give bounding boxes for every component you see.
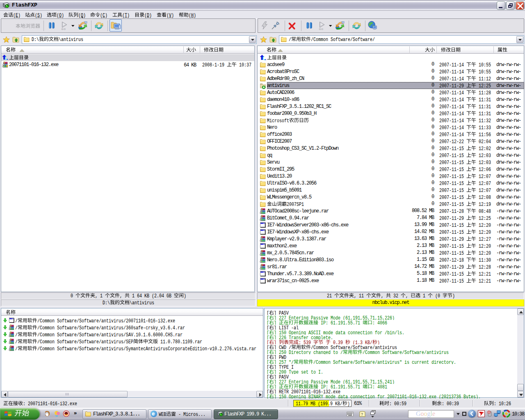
svg-text:] 257 "/: ] 257 "/ [274,360,294,365]
svg-text:(0: (0 [433,293,443,299]
svg-text:2007-11-14: 2007-11-14 [439,69,466,75]
svg-text:2007-11-15: 2007-11-15 [439,223,466,228]
svg-text:08:48: 08:48 [476,209,491,215]
svg-text:): ) [347,401,350,407]
svg-text:11:28: 11:28 [476,90,491,96]
svg-text:] 227 Entering Passive Mode (6: ] 227 Entering Passive Mode (61,191,55,7… [274,315,395,320]
svg-text:D:\: D:\ [32,37,39,43]
svg-text:): ) [377,340,380,345]
svg-text:11.0.780.1109.rar: 11.0.780.1109.rar [158,339,202,345]
svg-text:[: [ [267,384,269,389]
svg-text:]: ] [274,320,279,325]
svg-text:10:55: 10:55 [476,69,491,75]
svg-text:Microsoft: Microsoft [267,118,289,124]
svg-text:/Common Software/Software/anti: /Common Software/Software/antivirus" is … [313,360,456,365]
svg-text:2007-11-15: 2007-11-15 [439,181,466,187]
svg-text:/Common Software/Software/anti: /Common Software/Software/antivirus/SAV.… [37,332,183,338]
svg-text:/Common Software/Software/anti: /Common Software/Software/antivirus [311,345,397,350]
svg-text:] PASV: ] PASV [274,310,289,315]
svg-text:] PWD: ] PWD [274,355,286,360]
svg-text:/: / [15,325,18,331]
svg-text:1: 1 [420,293,428,299]
svg-text:] 150 Opening ASCII mode data: ] 150 Opening ASCII mode data connection… [274,330,404,335]
svg-text:32: 32 [391,293,401,299]
svg-text:[: [ [267,330,269,335]
svg-text:2007-11-15: 2007-11-15 [439,202,466,208]
svg-text:12:03: 12:03 [476,153,491,159]
svg-text:/: / [289,37,291,43]
svg-text:[: [ [267,360,269,365]
svg-text:1 64 KB (2.04 GB: 1 64 KB (2.04 GB [130,293,174,299]
svg-text:12:20: 12:20 [476,223,491,228]
svg-text:2007-11-29: 2007-11-29 [439,216,466,221]
svg-text:2007-11-15: 2007-11-15 [439,272,466,277]
svg-text:2007-11-28: 2007-11-28 [439,209,466,215]
svg-text:[: [ [267,365,269,370]
svg-text:2007-11-15: 2007-11-15 [439,160,466,166]
svg-text:12:07: 12:07 [476,174,491,180]
svg-text:[: [ [267,320,269,325]
svg-text:] 226 Transfer complete.: ] 226 Transfer complete. [274,335,333,340]
svg-text:\antivirus: \antivirus [59,37,83,43]
svg-text:IP: 61.191.55.71: IP: 61.191.55.71 [318,384,363,389]
svg-text:/Common Software/Software/anti: /Common Software/Software/antivirus/360s… [37,325,185,331]
svg-text:: 20071101-016-i32.exe: : 20071101-016-i32.exe [23,401,77,407]
svg-text:2007-11-14: 2007-11-14 [439,76,466,82]
svg-text:/Common Software/Software/anti: /Common Software/Software/antivirus/2007… [37,318,175,324]
svg-text:12:25: 12:25 [476,216,491,221]
svg-text:] 250 Directory changed to /: ] 250 Directory changed to / [274,350,343,355]
svg-text:: 10:26: : 10:26 [494,401,511,407]
svg-text:[: [ [267,350,269,355]
svg-text:,: , [120,293,125,299]
svg-text:11:31: 11:31 [476,97,491,103]
svg-text:12:07: 12:07 [476,188,491,194]
svg-text:11:31: 11:31 [476,104,491,110]
svg-text:, 11: , 11 [354,293,366,299]
svg-text:2007-11-14: 2007-11-14 [439,118,466,124]
svg-text:2007-11-14: 2007-11-14 [439,97,466,103]
svg-text:11:31: 11:31 [476,111,491,117]
svg-text:2007-11-14: 2007-11-14 [439,132,466,138]
svg-text:2007-11-14: 2007-11-14 [439,111,466,117]
svg-text:12:03: 12:03 [476,160,491,166]
svg-text:]: ] [274,340,279,345]
svg-text:2007-11-15: 2007-11-15 [439,188,466,194]
svg-text:/: / [15,332,18,338]
svg-text:: 00:39: : 00:39 [442,401,459,407]
svg-text:12:20: 12:20 [476,244,491,249]
svg-text:12:28: 12:28 [476,265,491,270]
svg-text:: 539: : 539 [299,340,313,345]
svg-text:11.79 MB (199.9 KB/: 11.79 MB (199.9 KB/ [296,401,342,407]
svg-text:11:12: 11:12 [476,76,491,82]
svg-text:2007-11-15: 2007-11-15 [439,195,466,201]
svg-text:[: [ [267,355,269,360]
svg-text:2008-1-19: 2008-1-19 [202,62,227,68]
svg-text:12:19: 12:19 [476,202,491,208]
svg-text:2007-11-14: 2007-11-14 [439,104,466,110]
svg-text:\antivirus: \antivirus [130,300,154,306]
svg-text:[: [ [267,374,269,379]
svg-text:] CWD /: ] CWD / [274,345,291,350]
svg-text:12:21: 12:21 [476,278,491,284]
svg-text:- Micros...: - Micros... [176,412,205,418]
svg-text:]: ] [274,384,279,389]
svg-text:] TYPE I: ] TYPE I [274,365,294,370]
svg-text:] 227 Entering Passive Mode (6: ] 227 Entering Passive Mode (61,191,55,7… [274,379,395,384]
svg-text:[: [ [267,325,269,330]
svg-text:2007-11-15: 2007-11-15 [439,278,466,284]
svg-text:[: [ [267,394,269,399]
svg-text:[: [ [267,335,269,340]
svg-text:21: 21 [327,293,334,299]
svg-text:/: / [15,346,18,352]
svg-text:] PASV: ] PASV [274,374,289,379]
svg-text:/: / [15,339,18,345]
svg-text:2007-11-15: 2007-11-15 [439,244,466,249]
svg-text:2007-12-22: 2007-12-22 [439,139,466,145]
svg-text:: 4081: : 4081 [372,384,387,389]
svg-text:?: ? [361,412,363,416]
svg-text:): ) [452,293,455,299]
svg-text:2007-11-29: 2007-11-29 [439,83,466,89]
svg-text:0.39: 0.39 [331,340,345,345]
svg-text:12:20: 12:20 [476,251,491,256]
svg-text:10:55: 10:55 [476,62,491,68]
